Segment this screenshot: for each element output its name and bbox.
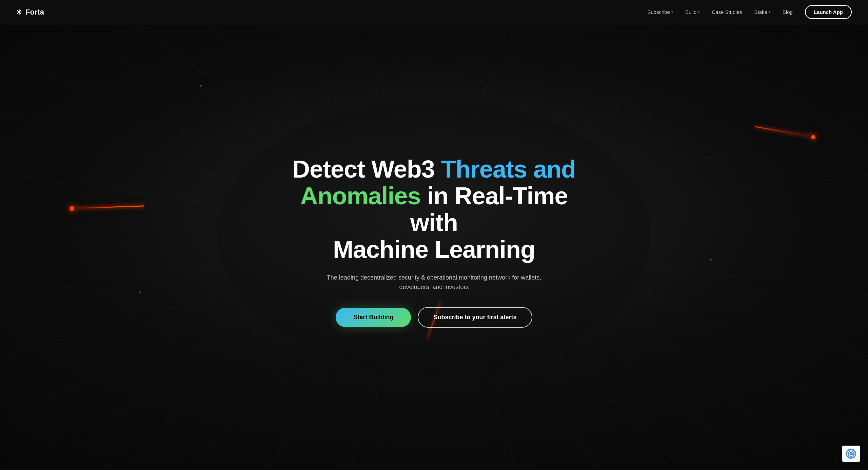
- hero-title-white-1: Detect Web3: [292, 156, 441, 183]
- hero-title-blue: Threats and: [441, 156, 576, 183]
- subscribe-alerts-button[interactable]: Subscribe to your first alerts: [418, 307, 532, 328]
- nav-item-subscribe[interactable]: Subscribe ▾: [647, 9, 673, 15]
- hero-title-green: Anomalies: [300, 182, 421, 209]
- recaptcha-logo-icon: [846, 448, 856, 459]
- dot-decoration-2: [139, 291, 141, 293]
- hero-content: Detect Web3 Threats and Anomalies in Rea…: [281, 156, 587, 328]
- dot-decoration-1: [200, 85, 202, 87]
- recaptcha-badge: [842, 446, 860, 462]
- nav-logo[interactable]: ✳ Forta: [16, 8, 44, 17]
- nav-links: Subscribe ▾ Build ▾ Case Studies Stake ▾…: [647, 5, 852, 19]
- hero-subtitle: The leading decentralized security & ope…: [319, 273, 549, 292]
- navbar: ✳ Forta Subscribe ▾ Build ▾ Case Studies…: [0, 0, 868, 24]
- logo-text: Forta: [25, 8, 44, 17]
- hero-title: Detect Web3 Threats and Anomalies in Rea…: [281, 156, 587, 263]
- dot-decoration-3: [710, 259, 712, 261]
- chevron-down-icon: ▾: [671, 10, 673, 14]
- hero-section: Detect Web3 Threats and Anomalies in Rea…: [0, 0, 868, 470]
- hero-cta-group: Start Building Subscribe to your first a…: [281, 307, 587, 328]
- chevron-down-icon: ▾: [698, 10, 699, 14]
- hero-title-white-2: in Real-Time with: [410, 182, 568, 236]
- start-building-button[interactable]: Start Building: [336, 308, 411, 327]
- nav-item-build[interactable]: Build ▾: [685, 9, 699, 15]
- nav-item-blog[interactable]: Blog: [783, 9, 793, 15]
- nav-item-case-studies[interactable]: Case Studies: [712, 9, 742, 15]
- laser-right-top-decoration: [755, 126, 816, 138]
- hero-title-white-3: Machine Learning: [333, 236, 535, 263]
- chevron-down-icon: ▾: [769, 10, 770, 14]
- launch-app-button[interactable]: Launch App: [805, 5, 852, 19]
- logo-star-icon: ✳: [16, 8, 22, 16]
- laser-left-decoration: [70, 205, 144, 209]
- nav-item-stake[interactable]: Stake ▾: [754, 9, 770, 15]
